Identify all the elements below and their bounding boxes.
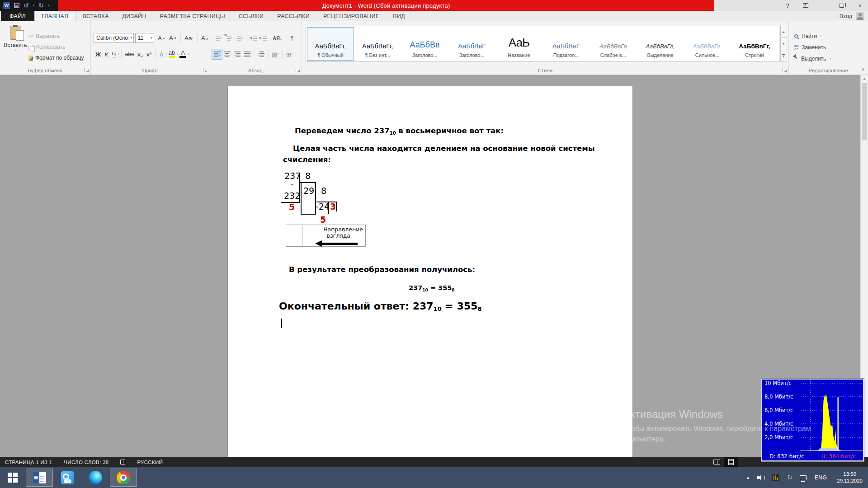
net-monitor-tray-button[interactable] — [769, 467, 783, 488]
collapse-ribbon-button[interactable]: ∧ — [862, 67, 865, 72]
align-center-button[interactable] — [222, 49, 232, 59]
style-normal[interactable]: АаБбВвГг, ¶ Обычный — [307, 27, 354, 61]
tab-insert[interactable]: ВСТАВКА — [75, 11, 115, 21]
underline-caret[interactable]: ▾ — [118, 52, 119, 56]
borders-button[interactable]: ⊞▾ — [284, 49, 294, 59]
language-indicator[interactable]: ENG — [810, 467, 832, 488]
save-icon[interactable] — [14, 3, 19, 8]
volume-button[interactable] — [754, 467, 769, 488]
style-no-spacing[interactable]: АаБбВвГг, ¶ Без инт... — [354, 28, 401, 60]
tab-references[interactable]: ССЫЛКИ — [232, 11, 270, 21]
subscript-button[interactable]: x₂ — [136, 51, 145, 58]
minimize-button[interactable]: – — [820, 2, 827, 9]
font-color-button[interactable]: А — [178, 51, 188, 58]
copy-button[interactable]: Копировать — [28, 42, 66, 52]
font-name-caret[interactable]: ▾ — [128, 36, 133, 40]
close-button[interactable]: × — [856, 2, 863, 9]
word-count[interactable]: ЧИСЛО СЛОВ: 38 — [64, 460, 108, 465]
style-heading2[interactable]: АаБбВвГ Заголово... — [449, 28, 495, 60]
cut-button[interactable]: ✂ Вырезать — [28, 31, 60, 41]
tab-page-layout[interactable]: РАЗМЕТКА СТРАНИЦЫ — [153, 11, 232, 21]
restore-button[interactable] — [838, 2, 845, 9]
highlight-button[interactable]: ab — [167, 51, 177, 58]
font-name-combo[interactable]: Calibri (Осно ▾ — [94, 33, 134, 43]
dialog-launcher-styles[interactable] — [783, 68, 787, 72]
style-heading1[interactable]: АаБбВв Заголово... — [401, 28, 448, 60]
styles-scroll-up[interactable]: ▲ — [780, 26, 787, 38]
style-subtle-emphasis[interactable]: АаБбВвГв Слабое в... — [590, 28, 636, 60]
print-layout-button[interactable] — [724, 457, 738, 467]
shrink-font-button[interactable]: А▼ — [167, 34, 179, 42]
styles-scroll-down[interactable]: ▼ — [780, 38, 787, 50]
taskbar-chrome-button[interactable] — [110, 469, 137, 487]
undo-dropdown-caret[interactable]: ▾ — [33, 4, 35, 7]
dialog-launcher-paragraph[interactable] — [296, 68, 300, 72]
start-button[interactable] — [0, 467, 25, 488]
network-monitor-window[interactable]: 10 Мбит/с 8,0 Мбит/с 6,0 Мбит/с 4,0 Мбит… — [761, 379, 864, 461]
replace-button[interactable]: abac Заменить — [794, 42, 826, 52]
tab-design[interactable]: ДИЗАЙН — [116, 11, 153, 21]
sign-in[interactable]: Вход — [840, 11, 868, 21]
justify-button[interactable] — [242, 49, 252, 59]
italic-button[interactable]: К — [103, 51, 110, 58]
style-strong[interactable]: АаБбВвГг, Строгий — [731, 28, 778, 60]
tab-mailings[interactable]: РАССЫЛКИ — [270, 11, 316, 21]
decrease-indent-button[interactable] — [248, 33, 258, 43]
read-mode-button[interactable] — [709, 457, 724, 467]
undo-icon[interactable]: ↺ — [24, 2, 29, 9]
find-button[interactable]: Найти ▾ — [794, 31, 822, 41]
show-marks-button[interactable]: ¶ — [287, 33, 297, 43]
bold-button[interactable]: Ж — [94, 51, 103, 58]
underline-button[interactable]: Ч — [110, 51, 118, 58]
dialog-launcher-clipboard[interactable] — [85, 68, 89, 72]
proofing-status[interactable] — [120, 460, 125, 465]
document-page[interactable]: Переведем число 23710 в восьмеричное вот… — [227, 86, 633, 457]
page-count[interactable]: СТРАНИЦА 1 ИЗ 1 — [5, 460, 52, 465]
clear-formatting-button[interactable]: А◢ — [199, 34, 210, 42]
font-size-caret[interactable]: ▾ — [149, 36, 154, 40]
taskbar-widgets-button[interactable] — [54, 469, 81, 487]
paste-dropdown-caret[interactable]: ▾ — [14, 48, 16, 52]
format-painter-button[interactable]: Формат по образцу — [28, 53, 84, 63]
change-case-button[interactable]: Аа▾ — [183, 34, 195, 42]
style-intense-emphasis[interactable]: АаБбВвГг, Сильное... — [684, 28, 731, 60]
tab-view[interactable]: ВИД — [386, 11, 412, 21]
network-button[interactable] — [796, 467, 810, 488]
bullets-button[interactable]: ▾ — [212, 33, 223, 43]
language-status[interactable]: РУССКИЙ — [137, 460, 163, 465]
tab-home[interactable]: ГЛАВНАЯ — [34, 11, 75, 21]
tab-file[interactable]: ФАЙЛ — [1, 11, 34, 21]
superscript-button[interactable]: x² — [145, 51, 153, 58]
action-center-button[interactable]: ⚐ — [783, 467, 796, 488]
text-effects-button[interactable]: А — [157, 51, 165, 58]
help-button[interactable]: ? — [784, 2, 791, 9]
tab-review[interactable]: РЕЦЕНЗИРОВАНИЕ — [316, 11, 386, 21]
font-size-combo[interactable]: 11 ▾ — [135, 33, 154, 43]
align-left-button[interactable] — [212, 49, 222, 59]
customize-qat-icon[interactable]: ▾ — [48, 4, 50, 7]
style-title[interactable]: АаЬ Название — [496, 28, 542, 60]
ribbon-display-options-button[interactable] — [802, 2, 809, 9]
multilevel-list-button[interactable]: ▾ — [233, 33, 244, 43]
numbering-button[interactable]: ▾ — [223, 33, 234, 43]
line-spacing-button[interactable]: ↕▾ — [256, 49, 266, 59]
style-emphasis[interactable]: АаБбВвГг, Выделение — [637, 28, 683, 60]
taskbar-edge-button[interactable] — [82, 469, 109, 487]
show-hidden-icons-button[interactable]: ▲ — [742, 467, 754, 488]
sort-button[interactable]: АЯ↓ — [272, 33, 283, 43]
paste-button[interactable]: Вставить ▾ — [4, 24, 27, 67]
strikethrough-button[interactable]: abc — [123, 51, 136, 58]
redo-icon[interactable]: ↻ — [38, 2, 44, 9]
scroll-up-icon[interactable]: ▲ — [861, 75, 868, 81]
increase-indent-button[interactable] — [258, 33, 268, 43]
figure-view-direction[interactable]: Направление взгляда — [286, 225, 366, 247]
font-color-caret[interactable]: ▾ — [188, 52, 189, 56]
taskbar-word-button[interactable] — [26, 469, 53, 487]
scrollbar-thumb[interactable] — [862, 83, 867, 140]
style-subtitle[interactable]: АаБбВвГ Подзагол... — [543, 28, 589, 60]
styles-more-button[interactable]: ▼ — [780, 50, 787, 62]
align-right-button[interactable] — [232, 49, 242, 59]
dialog-launcher-font[interactable] — [203, 68, 207, 72]
clock[interactable]: 13:50 29.11.2020 — [831, 467, 868, 488]
shading-button[interactable]: ▨▾ — [270, 49, 280, 59]
